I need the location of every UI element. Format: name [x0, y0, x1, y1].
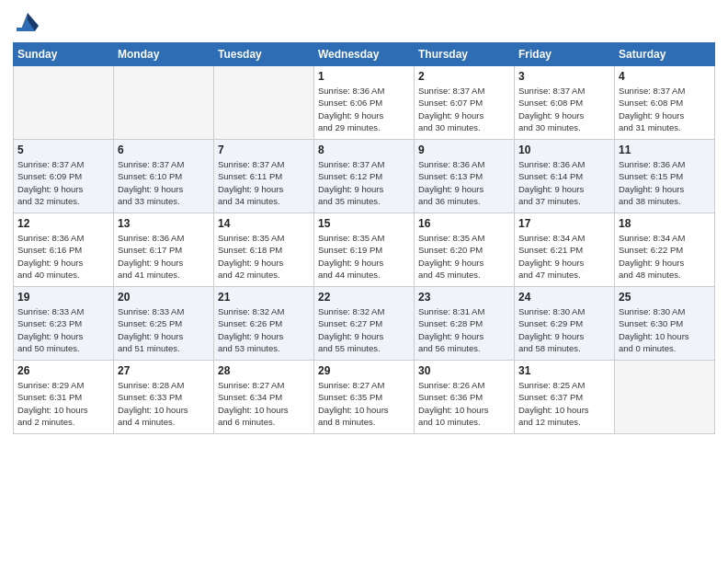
day-info: Sunrise: 8:33 AMSunset: 6:23 PMDaylight:…: [17, 305, 109, 354]
day-number: 4: [619, 70, 711, 83]
day-info: Sunrise: 8:36 AMSunset: 6:16 PMDaylight:…: [17, 232, 109, 281]
day-info: Sunrise: 8:36 AMSunset: 6:14 PMDaylight:…: [518, 158, 610, 207]
day-info: Sunrise: 8:36 AMSunset: 6:06 PMDaylight:…: [318, 85, 410, 133]
weekday-header-sunday: Sunday: [14, 43, 114, 66]
day-number: 31: [518, 364, 610, 377]
day-info: Sunrise: 8:28 AMSunset: 6:33 PMDaylight:…: [118, 379, 210, 428]
header: [13, 9, 715, 35]
day-number: 25: [619, 291, 711, 304]
week-row-5: 26Sunrise: 8:29 AMSunset: 6:31 PMDayligh…: [14, 361, 715, 434]
calendar-cell: 19Sunrise: 8:33 AMSunset: 6:23 PMDayligh…: [14, 287, 114, 361]
day-number: 7: [218, 144, 310, 156]
svg-rect-2: [17, 28, 22, 31]
day-info: Sunrise: 8:34 AMSunset: 6:21 PMDaylight:…: [518, 232, 610, 281]
weekday-header-row: SundayMondayTuesdayWednesdayThursdayFrid…: [14, 43, 715, 66]
day-info: Sunrise: 8:27 AMSunset: 6:35 PMDaylight:…: [318, 379, 410, 428]
calendar-cell: 15Sunrise: 8:35 AMSunset: 6:19 PMDayligh…: [314, 213, 415, 287]
day-info: Sunrise: 8:32 AMSunset: 6:26 PMDaylight:…: [218, 305, 310, 354]
calendar-cell: 8Sunrise: 8:37 AMSunset: 6:12 PMDaylight…: [314, 140, 415, 213]
day-info: Sunrise: 8:30 AMSunset: 6:29 PMDaylight:…: [518, 305, 610, 354]
day-info: Sunrise: 8:31 AMSunset: 6:28 PMDaylight:…: [418, 305, 510, 354]
calendar-cell: 1Sunrise: 8:36 AMSunset: 6:06 PMDaylight…: [314, 66, 415, 140]
day-number: 6: [118, 144, 210, 156]
day-info: Sunrise: 8:36 AMSunset: 6:17 PMDaylight:…: [118, 232, 210, 281]
day-number: 11: [619, 144, 711, 156]
day-number: 13: [118, 217, 210, 230]
calendar-cell: 3Sunrise: 8:37 AMSunset: 6:08 PMDaylight…: [515, 66, 615, 140]
calendar: SundayMondayTuesdayWednesdayThursdayFrid…: [13, 42, 715, 434]
calendar-cell: 12Sunrise: 8:36 AMSunset: 6:16 PMDayligh…: [14, 213, 114, 287]
day-number: 27: [118, 364, 210, 377]
calendar-cell: 30Sunrise: 8:26 AMSunset: 6:36 PMDayligh…: [415, 361, 515, 434]
calendar-cell: 18Sunrise: 8:34 AMSunset: 6:22 PMDayligh…: [615, 213, 715, 287]
day-number: 26: [17, 364, 109, 377]
day-info: Sunrise: 8:37 AMSunset: 6:10 PMDaylight:…: [118, 158, 210, 207]
day-number: 9: [418, 144, 510, 156]
calendar-cell: 9Sunrise: 8:36 AMSunset: 6:13 PMDaylight…: [415, 140, 515, 213]
day-info: Sunrise: 8:34 AMSunset: 6:22 PMDaylight:…: [619, 232, 711, 281]
day-info: Sunrise: 8:36 AMSunset: 6:15 PMDaylight:…: [619, 158, 711, 207]
weekday-header-tuesday: Tuesday: [214, 43, 314, 66]
calendar-cell: 13Sunrise: 8:36 AMSunset: 6:17 PMDayligh…: [114, 213, 214, 287]
day-info: Sunrise: 8:33 AMSunset: 6:25 PMDaylight:…: [118, 305, 210, 354]
day-number: 28: [218, 364, 310, 377]
day-info: Sunrise: 8:36 AMSunset: 6:13 PMDaylight:…: [418, 158, 510, 207]
calendar-cell: 5Sunrise: 8:37 AMSunset: 6:09 PMDaylight…: [14, 140, 114, 213]
week-row-1: 1Sunrise: 8:36 AMSunset: 6:06 PMDaylight…: [14, 66, 715, 140]
calendar-cell: 20Sunrise: 8:33 AMSunset: 6:25 PMDayligh…: [114, 287, 214, 361]
calendar-cell: 14Sunrise: 8:35 AMSunset: 6:18 PMDayligh…: [214, 213, 314, 287]
day-number: 23: [418, 291, 510, 304]
day-number: 1: [318, 70, 410, 83]
calendar-cell: 17Sunrise: 8:34 AMSunset: 6:21 PMDayligh…: [515, 213, 615, 287]
calendar-cell: 2Sunrise: 8:37 AMSunset: 6:07 PMDaylight…: [415, 66, 515, 140]
day-info: Sunrise: 8:37 AMSunset: 6:08 PMDaylight:…: [619, 85, 711, 133]
weekday-header-thursday: Thursday: [415, 43, 515, 66]
day-number: 20: [118, 291, 210, 304]
week-row-2: 5Sunrise: 8:37 AMSunset: 6:09 PMDaylight…: [14, 140, 715, 213]
day-number: 18: [619, 217, 711, 230]
day-info: Sunrise: 8:37 AMSunset: 6:11 PMDaylight:…: [218, 158, 310, 207]
calendar-cell: 7Sunrise: 8:37 AMSunset: 6:11 PMDaylight…: [214, 140, 314, 213]
day-info: Sunrise: 8:32 AMSunset: 6:27 PMDaylight:…: [318, 305, 410, 354]
calendar-cell: 26Sunrise: 8:29 AMSunset: 6:31 PMDayligh…: [14, 361, 114, 434]
day-info: Sunrise: 8:29 AMSunset: 6:31 PMDaylight:…: [17, 379, 109, 428]
day-info: Sunrise: 8:25 AMSunset: 6:37 PMDaylight:…: [518, 379, 610, 428]
day-info: Sunrise: 8:26 AMSunset: 6:36 PMDaylight:…: [418, 379, 510, 428]
calendar-cell: [615, 361, 715, 434]
calendar-cell: 4Sunrise: 8:37 AMSunset: 6:08 PMDaylight…: [615, 66, 715, 140]
calendar-cell: 25Sunrise: 8:30 AMSunset: 6:30 PMDayligh…: [615, 287, 715, 361]
logo-icon: [13, 9, 42, 35]
day-number: 16: [418, 217, 510, 230]
calendar-cell: 23Sunrise: 8:31 AMSunset: 6:28 PMDayligh…: [415, 287, 515, 361]
day-info: Sunrise: 8:37 AMSunset: 6:08 PMDaylight:…: [518, 85, 610, 133]
calendar-cell: 6Sunrise: 8:37 AMSunset: 6:10 PMDaylight…: [114, 140, 214, 213]
calendar-cell: 22Sunrise: 8:32 AMSunset: 6:27 PMDayligh…: [314, 287, 415, 361]
calendar-cell: 27Sunrise: 8:28 AMSunset: 6:33 PMDayligh…: [114, 361, 214, 434]
day-number: 10: [518, 144, 610, 156]
calendar-cell: 11Sunrise: 8:36 AMSunset: 6:15 PMDayligh…: [615, 140, 715, 213]
day-info: Sunrise: 8:37 AMSunset: 6:12 PMDaylight:…: [318, 158, 410, 207]
calendar-cell: 21Sunrise: 8:32 AMSunset: 6:26 PMDayligh…: [214, 287, 314, 361]
weekday-header-wednesday: Wednesday: [314, 43, 415, 66]
day-info: Sunrise: 8:35 AMSunset: 6:18 PMDaylight:…: [218, 232, 310, 281]
calendar-cell: [114, 66, 214, 140]
calendar-cell: [214, 66, 314, 140]
day-number: 2: [418, 70, 510, 83]
day-number: 15: [318, 217, 410, 230]
day-number: 22: [318, 291, 410, 304]
day-number: 21: [218, 291, 310, 304]
day-number: 14: [218, 217, 310, 230]
day-number: 3: [518, 70, 610, 83]
day-number: 24: [518, 291, 610, 304]
calendar-cell: 28Sunrise: 8:27 AMSunset: 6:34 PMDayligh…: [214, 361, 314, 434]
weekday-header-monday: Monday: [114, 43, 214, 66]
week-row-4: 19Sunrise: 8:33 AMSunset: 6:23 PMDayligh…: [14, 287, 715, 361]
logo: [13, 9, 44, 35]
calendar-cell: 29Sunrise: 8:27 AMSunset: 6:35 PMDayligh…: [314, 361, 415, 434]
page: SundayMondayTuesdayWednesdayThursdayFrid…: [0, 0, 728, 563]
day-number: 29: [318, 364, 410, 377]
day-number: 19: [17, 291, 109, 304]
day-number: 8: [318, 144, 410, 156]
day-info: Sunrise: 8:35 AMSunset: 6:19 PMDaylight:…: [318, 232, 410, 281]
day-number: 12: [17, 217, 109, 230]
